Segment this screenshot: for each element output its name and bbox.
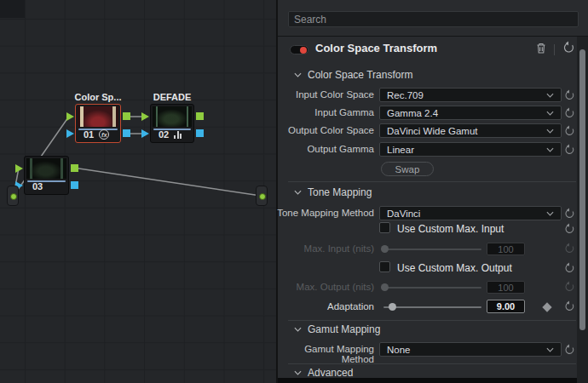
node-01-output-key-port[interactable] [123,129,130,137]
selected-value: Gamma 2.4 [387,108,438,118]
node-01-number: 01 [84,129,94,140]
reset-button[interactable] [563,125,575,140]
reset-button[interactable] [563,144,575,159]
node-03-number: 03 [32,181,43,192]
tone-mapping-method-select[interactable]: DaVinci [379,206,562,220]
input-gamma-select[interactable]: Gamma 2.4 [379,106,562,120]
adaptation-slider-track[interactable] [383,306,481,308]
reset-button[interactable] [563,223,575,238]
reset-button[interactable] [563,107,575,123]
node-01-output-rgb-port[interactable] [123,112,130,120]
field-label: Output Gamma [273,144,374,154]
node-01-bar: 01 fx [78,129,118,140]
node-graph-canvas[interactable]: Color Sp... 01 fx DEFADE 02 03 [0,0,276,383]
node-01-color-space-transform[interactable]: Color Sp... 01 fx [75,104,121,143]
row-adaptation: Adaptation 9.00 [278,299,588,313]
adaptation-value[interactable]: 9.00 [487,300,525,313]
row-input-gamma: Input Gamma Gamma 2.4 [278,106,588,120]
use-custom-max-output-checkbox[interactable] [379,261,390,272]
node-01-input-key-port[interactable] [66,129,74,138]
section-title: Color Space Transform [308,69,412,81]
field-label: Max. Output (nits) [273,282,374,292]
max-output-value[interactable]: 100 [487,281,525,294]
node-03-output-key-port[interactable] [71,181,78,189]
field-label: Output Color Space [273,125,374,135]
section-title: Tone Mapping [308,186,372,198]
input-color-space-select[interactable]: Rec.709 [379,88,562,102]
node-01-input-rgb-port[interactable] [66,112,74,121]
node-03[interactable]: 03 [24,156,69,195]
reset-button[interactable] [563,89,575,105]
section-gamut-mapping[interactable]: Gamut Mapping [294,323,380,335]
enable-toggle[interactable] [290,45,308,54]
node-02-output-rgb-port[interactable] [196,112,204,120]
chevron-down-icon [546,347,554,352]
node-02-thumbnail [153,106,192,127]
node-02-defade[interactable]: DEFADE 02 [150,104,194,143]
reset-button[interactable] [563,208,575,223]
field-label: Input Gamma [273,107,374,117]
max-output-slider-knob[interactable] [381,283,389,291]
output-color-space-select[interactable]: DaVinci Wide Gamut [379,123,562,138]
source-node-dot [10,193,17,200]
gamut-mapping-method-select[interactable]: None [379,342,562,357]
row-output-gamma: Output Gamma Linear [278,142,588,157]
node-03-thumbnail [26,158,66,179]
delete-button[interactable] [535,42,547,58]
header-divider [278,36,588,37]
node-02-input-rgb-port[interactable] [141,112,149,121]
reset-button[interactable] [563,344,575,359]
reset-button[interactable] [563,262,575,277]
section-title: Advanced [308,367,353,379]
selected-value: Linear [387,145,414,155]
section-advanced[interactable]: Advanced [294,367,353,379]
checkbox-label: Use Custom Max. Output [397,262,512,274]
search-input[interactable] [288,11,579,27]
chevron-down-icon [294,327,302,332]
panel-scrollbar-track[interactable] [577,37,588,383]
source-node[interactable] [7,186,19,206]
wire-node3-to-output [73,168,261,196]
reset-button[interactable] [563,300,575,316]
output-node[interactable] [256,186,268,206]
node-02-input-key-port[interactable] [141,129,149,138]
max-input-slider-knob[interactable] [381,245,389,253]
adaptation-slider-knob[interactable] [389,303,396,311]
chevron-down-icon [546,111,554,116]
section-color-space-transform[interactable]: Color Space Transform [294,69,412,81]
swap-button[interactable]: Swap [381,162,434,176]
row-gamut-mapping-method: Gamut Mapping Method None [278,342,588,357]
output-gamma-select[interactable]: Linear [379,142,562,157]
row-use-custom-max-output: Use Custom Max. Output [278,261,588,274]
row-max-output: Max. Output (nits) 100 [278,280,588,294]
chevron-down-icon [546,147,554,152]
panel-scrollbar-thumb[interactable] [579,49,585,330]
field-label: Tone Mapping Method [273,208,374,218]
max-output-slider-track[interactable] [383,287,481,289]
reset-icon [562,41,575,54]
reset-all-button[interactable] [562,41,575,58]
selected-value: Rec.709 [387,90,424,100]
node-03-input-rgb-port[interactable] [15,164,23,173]
max-input-slider-track[interactable] [383,249,481,250]
section-divider [288,363,576,364]
section-title: Gamut Mapping [308,323,380,335]
node-02-number: 02 [159,129,169,140]
field-label: Adaptation [273,301,374,312]
keyframe-diamond-icon[interactable] [542,302,551,312]
node-01-thumbnail [78,106,118,127]
reset-button[interactable] [563,243,575,258]
section-tone-mapping[interactable]: Tone Mapping [294,186,372,198]
node-03-output-rgb-port[interactable] [71,164,78,172]
output-node-dot [259,193,266,200]
row-use-custom-max-input: Use Custom Max. Input [278,222,588,235]
row-input-color-space: Input Color Space Rec.709 [278,88,588,102]
reset-button[interactable] [563,281,575,296]
field-label: Gamut Mapping Method [273,344,374,364]
chevron-down-icon [294,190,302,195]
node-02-output-key-port[interactable] [196,129,204,137]
use-custom-max-input-checkbox[interactable] [379,222,390,233]
max-input-value[interactable]: 100 [487,243,525,255]
fx-badge-icon: fx [99,129,109,140]
chevron-down-icon [294,72,302,77]
